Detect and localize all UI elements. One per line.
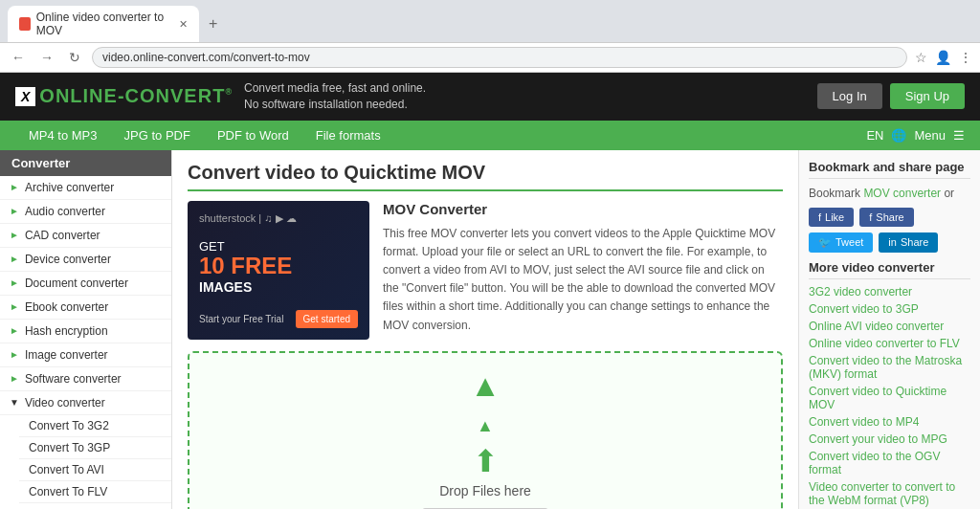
sidebar-item-archive[interactable]: ► Archive converter (0, 176, 171, 200)
profile-icon[interactable]: 👤 (935, 50, 951, 65)
sidebar-item-image[interactable]: ► Image converter (0, 343, 171, 367)
upload-arrow-icon: ⬆ (205, 443, 766, 479)
upload-icon: ▲▲ (205, 368, 766, 439)
sidebar-item-device[interactable]: ► Device converter (0, 248, 171, 272)
more-link-flv[interactable]: Online video converter to FLV (809, 337, 970, 350)
sidebar-label-hash: Hash encryption (25, 324, 108, 338)
ad-image[interactable]: shutterstock | ♫ ▶ ☁ GET 10 FREE IMAGES … (188, 201, 369, 340)
more-link-mp4[interactable]: Convert video to MP4 (809, 415, 970, 429)
more-link-webm[interactable]: Video converter to convert to the WebM f… (809, 480, 970, 507)
sidebar-sub-avi[interactable]: Convert To AVI (19, 459, 171, 481)
converter-desc: This free MOV converter lets you convert… (383, 225, 783, 335)
left-sidebar: Converter ► Archive converter ► Audio co… (0, 150, 172, 509)
sidebar-item-cad[interactable]: ► CAD converter (0, 224, 171, 248)
facebook-share-button[interactable]: f Share (859, 208, 913, 227)
logo-hyphen: - (118, 85, 125, 106)
lang-label[interactable]: EN (866, 128, 883, 143)
social-row-2: 🐦 Tweet in Share (809, 232, 970, 253)
sidebar-item-software[interactable]: ► Software converter (0, 367, 171, 391)
active-tab[interactable]: Online video converter to MOV ✕ (8, 6, 199, 42)
drop-text: Drop Files here (205, 483, 766, 498)
bookmark-word: Bookmark (809, 187, 860, 200)
linkedin-share-button[interactable]: in Share (879, 232, 938, 253)
main-content: Convert video to Quicktime MOV shutterst… (172, 150, 798, 509)
arrow-icon: ► (10, 206, 19, 216)
sidebar-sub-3gp[interactable]: Convert To 3GP (19, 437, 171, 459)
sidebar-label-software: Software converter (25, 372, 122, 386)
url-input[interactable] (92, 47, 907, 68)
new-tab-button[interactable]: + (203, 13, 223, 34)
nav-bar: MP4 to MP3 JPG to PDF PDF to Word File f… (0, 121, 980, 150)
star-icon[interactable]: ☆ (915, 50, 927, 65)
sidebar-sub: Convert To 3G2 Convert To 3GP Convert To… (0, 415, 171, 509)
sidebar-sub-mkv[interactable]: Convert To MKV (19, 503, 171, 509)
more-link-avi[interactable]: Online AVI video converter (809, 320, 970, 333)
tab-favicon (19, 17, 31, 31)
signup-button[interactable]: Sign Up (890, 83, 965, 109)
sidebar-label-device: Device converter (25, 253, 111, 266)
address-bar: ← → ↻ ☆ 👤 ⋮ (0, 42, 980, 72)
nav-file-formats[interactable]: File formats (302, 121, 394, 150)
social-row-1: f Like f Share (809, 208, 970, 227)
more-link-mpg[interactable]: Convert your video to MPG (809, 432, 970, 446)
arrow-icon: ► (10, 373, 19, 384)
logo-convert: CONVERT (125, 85, 226, 106)
menu-icon[interactable]: ⋮ (959, 50, 972, 65)
more-link-mov[interactable]: Convert video to Quicktime MOV (809, 385, 970, 411)
upload-area[interactable]: ▲▲ ⬆ Drop Files here 🔍 Choose Files 🔗 En… (188, 351, 783, 509)
tw-icon: 🐦 (818, 236, 832, 249)
ad-btn[interactable]: Get started (296, 310, 358, 328)
sidebar-title: Converter (0, 150, 171, 176)
fb-icon: f (818, 211, 821, 223)
logo[interactable]: X ONLINE-CONVERT® (15, 85, 233, 107)
li-label: Share (901, 236, 928, 248)
twitter-tweet-button[interactable]: 🐦 Tweet (809, 232, 873, 253)
bookmark-title: Bookmark and share page (809, 160, 970, 179)
arrow-icon: ► (10, 325, 19, 336)
reload-button[interactable]: ↻ (65, 48, 84, 67)
more-link-3gp[interactable]: Convert video to 3GP (809, 302, 970, 316)
nav-mp4-to-mp3[interactable]: MP4 to MP3 (15, 121, 111, 150)
tab-bar: Online video converter to MOV ✕ + (0, 0, 980, 42)
sidebar-label-ebook: Ebook converter (25, 300, 108, 314)
sidebar-sub-3g2[interactable]: Convert To 3G2 (19, 415, 171, 437)
menu-label[interactable]: Menu (914, 128, 946, 143)
sidebar-label-cad: CAD converter (25, 229, 100, 242)
arrow-icon: ► (10, 254, 19, 264)
logo-reg: ® (225, 88, 233, 98)
nav-pdf-to-word[interactable]: PDF to Word (204, 121, 302, 150)
forward-button[interactable]: → (36, 48, 57, 67)
arrow-icon: ► (10, 182, 19, 192)
logo-online: ONLINE (39, 85, 118, 106)
hamburger-icon[interactable]: ☰ (953, 128, 965, 143)
facebook-like-button[interactable]: f Like (809, 208, 854, 227)
sidebar-label-archive: Archive converter (25, 181, 114, 194)
tab-title: Online video converter to MOV (36, 11, 167, 37)
arrow-down-icon: ▼ (10, 397, 19, 408)
sidebar-item-audio[interactable]: ► Audio converter (0, 200, 171, 224)
sidebar-label-image: Image converter (25, 348, 108, 362)
sidebar-item-document[interactable]: ► Document converter (0, 272, 171, 296)
sidebar-item-ebook[interactable]: ► Ebook converter (0, 296, 171, 320)
globe-icon: 🌐 (891, 128, 906, 143)
back-button[interactable]: ← (8, 48, 29, 67)
browser-icons: ☆ 👤 ⋮ (915, 50, 972, 65)
arrow-icon: ► (10, 277, 19, 288)
converter-top: shutterstock | ♫ ▶ ☁ GET 10 FREE IMAGES … (188, 201, 783, 340)
bookmark-text: Bookmark MOV converter or (809, 187, 970, 200)
sidebar-label-audio: Audio converter (25, 205, 105, 218)
tab-close-btn[interactable]: ✕ (179, 18, 188, 31)
more-link-mkv[interactable]: Convert video to the Matroska (MKV) form… (809, 354, 970, 381)
sidebar-sub-flv[interactable]: Convert To FLV (19, 481, 171, 503)
bookmark-link[interactable]: MOV converter (863, 187, 941, 200)
more-link-ogv[interactable]: Convert video to the OGV format (809, 450, 970, 476)
logo-text: ONLINE-CONVERT® (39, 85, 233, 107)
nav-jpg-to-pdf[interactable]: JPG to PDF (111, 121, 204, 150)
converter-info: MOV Converter This free MOV converter le… (383, 201, 783, 340)
sidebar-item-hash[interactable]: ► Hash encryption (0, 320, 171, 343)
browser-chrome: Online video converter to MOV ✕ + ← → ↻ … (0, 0, 980, 73)
sidebar-item-video[interactable]: ▼ Video converter (0, 391, 171, 415)
nav-right: EN 🌐 Menu ☰ (866, 121, 965, 150)
login-button[interactable]: Log In (817, 83, 882, 109)
more-link-3g2[interactable]: 3G2 video converter (809, 285, 970, 299)
